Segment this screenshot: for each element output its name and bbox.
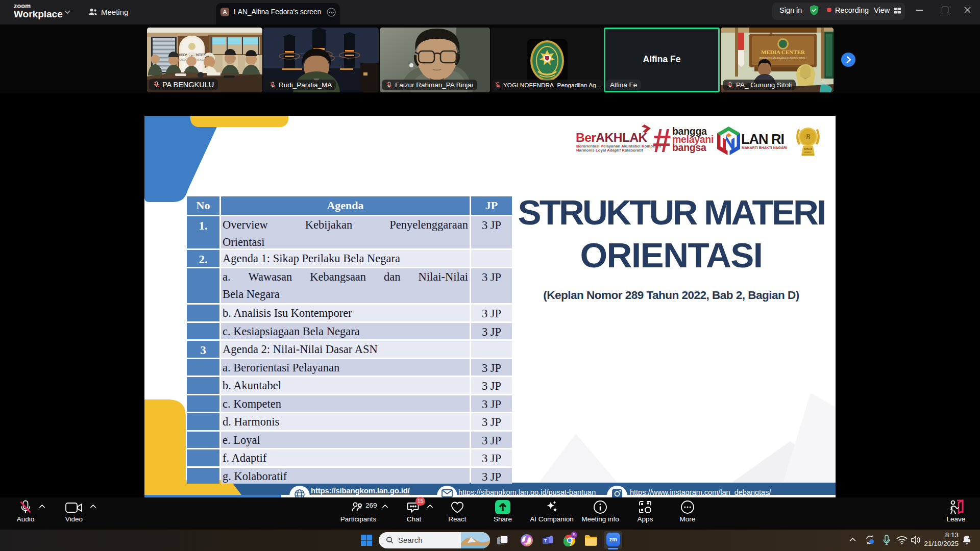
- svg-text:AWARD: AWARD: [804, 152, 812, 154]
- svg-text:T: T: [544, 538, 547, 543]
- svg-text:PENGADILAN AGAMA GUNUNG SITOLI: PENGADILAN AGAMA GUNUNG SITOLI: [760, 57, 806, 60]
- svg-text:z: z: [968, 536, 970, 539]
- svg-text:SPEx2: SPEx2: [804, 147, 813, 151]
- svg-text:MEDIA CENTER: MEDIA CENTER: [761, 49, 805, 55]
- svg-text:B: B: [805, 133, 810, 141]
